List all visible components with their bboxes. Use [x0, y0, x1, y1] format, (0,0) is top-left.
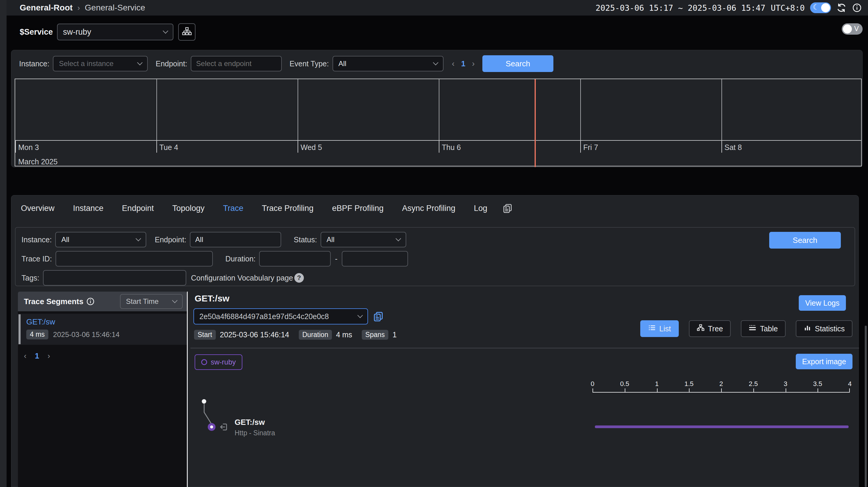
service-legend-chip[interactable]: sw-ruby: [195, 354, 242, 370]
view-mode-label: Statistics: [815, 324, 845, 333]
ruler-tick-label: 1.5: [684, 380, 694, 388]
segment-selected-bar: [19, 314, 21, 344]
calendar-day-label: Sat 8: [724, 143, 742, 152]
service-bar: $Service sw-ruby V: [6, 16, 868, 49]
segments-title: Trace Segments: [24, 297, 83, 306]
instance-select[interactable]: Select a instance: [53, 56, 148, 71]
events-panel: Instance: Select a instance Endpoint: Ev…: [11, 50, 863, 167]
spans-value: 1: [393, 331, 397, 339]
trace-id-select[interactable]: 2e50a4f6884d497a81e97d5c4c20e0c8: [193, 308, 368, 324]
tab-topology[interactable]: Topology: [172, 204, 205, 213]
top-header: General-Root › General-Service 2025-03-0…: [6, 0, 868, 16]
calendar-axis-line: [15, 140, 861, 141]
skywalking-app: General-Root › General-Service 2025-03-0…: [0, 0, 868, 487]
trace-status-select[interactable]: All: [320, 232, 406, 248]
trace-search-button[interactable]: Search: [769, 232, 841, 249]
time-range[interactable]: 2025-03-06 15:17 ~ 2025-03-06 15:47: [595, 3, 765, 12]
segments-page-number[interactable]: 1: [35, 351, 39, 361]
ruler-baseline: [592, 392, 850, 393]
trace-instance-value: All: [61, 235, 69, 244]
segments-info-icon[interactable]: [86, 297, 95, 306]
theme-toggle[interactable]: ☾: [810, 2, 831, 13]
copy-dashboard-icon[interactable]: [502, 203, 513, 213]
events-search-button[interactable]: Search: [483, 55, 553, 72]
spans-badge: Spans: [362, 330, 388, 340]
segments-next-button[interactable]: ›: [48, 351, 50, 361]
span-node-icon[interactable]: [208, 423, 216, 431]
start-value: 2025-03-06 15:46:14: [220, 331, 289, 339]
segments-list: GET:/sw 4 ms 2025-03-06 15:46:14 ‹ 1 ›: [18, 311, 187, 487]
trace-instance-select[interactable]: All: [55, 232, 146, 248]
event-type-select[interactable]: All: [333, 56, 443, 71]
ruler-tick: [625, 389, 625, 392]
vocabulary-link[interactable]: Configuration Vocabulary page: [191, 274, 293, 282]
calendar-day-label: Wed 5: [301, 143, 322, 152]
collapsed-sidebar[interactable]: [0, 0, 6, 487]
view-mode-label: List: [659, 324, 671, 333]
tab-trace-profiling[interactable]: Trace Profiling: [262, 204, 313, 213]
copy-trace-id-icon[interactable]: [373, 311, 383, 322]
tab-async-profiling[interactable]: Async Profiling: [402, 204, 456, 213]
segment-item[interactable]: GET:/sw 4 ms 2025-03-06 15:46:14: [18, 314, 187, 345]
detail-divider: [190, 348, 859, 348]
breadcrumb-root[interactable]: General-Root: [20, 3, 72, 12]
panel-divider[interactable]: [187, 292, 188, 487]
tab-instance[interactable]: Instance: [73, 204, 103, 213]
segments-sort-select[interactable]: Start Time: [120, 294, 183, 309]
timezone[interactable]: UTC+8:0: [771, 3, 805, 12]
view-logs-button[interactable]: View Logs: [799, 295, 846, 311]
info-icon[interactable]: [852, 3, 862, 13]
trace-status-label: Status:: [294, 235, 317, 244]
trace-id-input[interactable]: [56, 251, 213, 266]
view-mode-list[interactable]: List: [640, 320, 679, 337]
prev-page-button[interactable]: ‹: [452, 59, 455, 68]
duration-min-input[interactable]: [259, 251, 331, 266]
page-number[interactable]: 1: [461, 59, 465, 68]
calendar-day-label: Fri 7: [583, 143, 598, 152]
service-select[interactable]: sw-ruby: [57, 24, 174, 40]
trace-title: GET:/sw: [195, 293, 859, 304]
segment-start-time: 2025-03-06 15:46:14: [53, 331, 120, 339]
service-legend-label: sw-ruby: [211, 358, 236, 366]
trace-main-panel: Overview Instance Endpoint Topology Trac…: [11, 195, 859, 487]
span-duration-bar[interactable]: [595, 426, 848, 428]
view-mode-statistics[interactable]: Statistics: [796, 320, 852, 337]
span-name[interactable]: GET:/sw: [235, 418, 265, 427]
view-mode-table[interactable]: Table: [741, 320, 786, 337]
tab-ebpf-profiling[interactable]: eBPF Profiling: [332, 204, 383, 213]
export-image-button[interactable]: Export image: [796, 354, 852, 369]
endpoint-input[interactable]: [191, 56, 282, 71]
instance-filter-label: Instance:: [19, 59, 49, 68]
trace-endpoint-input[interactable]: [190, 232, 281, 248]
segments-prev-button[interactable]: ‹: [24, 351, 27, 361]
view-mode-label: Tree: [708, 324, 723, 333]
trace-segments-panel: Trace Segments Start Time GET:/sw 4 ms: [18, 292, 187, 487]
start-badge: Start: [194, 330, 216, 340]
calendar-gridline: [580, 79, 581, 140]
instance-select-placeholder: Select a instance: [59, 59, 114, 68]
refresh-icon[interactable]: [836, 3, 846, 13]
tab-log[interactable]: Log: [474, 204, 488, 213]
tab-endpoint[interactable]: Endpoint: [122, 204, 154, 213]
help-icon[interactable]: ?: [294, 273, 304, 283]
ruler-tick-label: 1: [655, 380, 658, 388]
tab-trace[interactable]: Trace: [223, 204, 243, 213]
tab-overview[interactable]: Overview: [21, 204, 55, 213]
version-toggle[interactable]: V: [842, 23, 863, 35]
calendar-day-tick: [298, 141, 298, 153]
ruler-tick: [592, 389, 593, 392]
breadcrumb-current[interactable]: General-Service: [85, 3, 145, 12]
calendar-day-label: Thu 6: [442, 143, 461, 152]
tags-input[interactable]: [43, 270, 186, 286]
ruler-tick: [721, 389, 722, 392]
segment-name[interactable]: GET:/sw: [26, 317, 187, 326]
events-calendar-heatmap[interactable]: Mon 3 Tue 4 Wed 5 Thu 6 Fri 7 Sat 8 Marc…: [14, 79, 862, 166]
service-topology-button[interactable]: [178, 23, 195, 40]
scrollbar-thumb[interactable]: [865, 326, 867, 487]
topology-icon: [182, 27, 192, 37]
duration-max-input[interactable]: [342, 251, 408, 266]
table-icon: [749, 324, 756, 334]
chevron-down-icon: [433, 60, 438, 65]
next-page-button[interactable]: ›: [472, 59, 474, 68]
view-mode-tree[interactable]: Tree: [689, 320, 731, 337]
